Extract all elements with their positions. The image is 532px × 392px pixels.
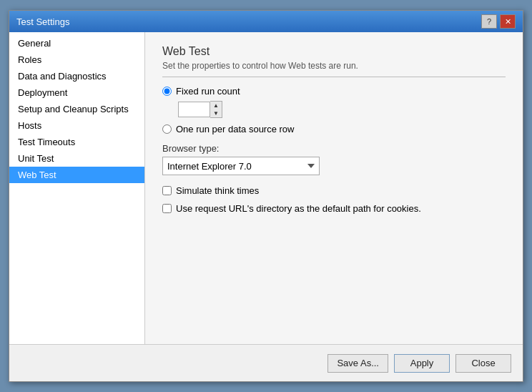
simulate-think-label: Simulate think times [176, 185, 259, 196]
one-run-radio[interactable] [162, 124, 172, 134]
spinner-down-button[interactable]: ▼ [210, 109, 222, 117]
use-request-url-label: Use request URL's directory as the defau… [176, 203, 421, 214]
panel-title: Web Test [162, 45, 506, 58]
panel-subtitle: Set the properties to control how Web te… [162, 61, 506, 77]
sidebar-item-unit-test[interactable]: Unit Test [9, 150, 144, 167]
sidebar-item-data-diagnostics[interactable]: Data and Diagnostics [9, 68, 144, 84]
sidebar-item-deployment[interactable]: Deployment [9, 84, 144, 101]
footer: Save As... Apply Close [9, 344, 523, 381]
use-request-url-row: Use request URL's directory as the defau… [162, 203, 506, 214]
spinner-up-button[interactable]: ▲ [210, 102, 222, 109]
fixed-run-label: Fixed run count [176, 86, 240, 97]
sidebar: GeneralRolesData and DiagnosticsDeployme… [9, 32, 145, 344]
help-button[interactable]: ? [481, 14, 497, 29]
dialog-title: Test Settings [16, 16, 69, 27]
fixed-run-radio[interactable] [162, 87, 172, 96]
fixed-run-row: Fixed run count [162, 86, 506, 97]
main-panel: Web Test Set the properties to control h… [145, 32, 523, 344]
simulate-think-checkbox[interactable] [162, 186, 172, 195]
use-request-url-checkbox[interactable] [162, 204, 172, 213]
one-run-label: One run per data source row [176, 124, 294, 134]
title-bar: Test Settings ? ✕ [9, 11, 523, 32]
title-bar-buttons: ? ✕ [481, 14, 516, 29]
dialog: Test Settings ? ✕ GeneralRolesData and D… [9, 10, 523, 382]
one-run-row: One run per data source row [162, 124, 506, 134]
sidebar-item-setup-cleanup[interactable]: Setup and Cleanup Scripts [9, 101, 144, 117]
sidebar-item-test-timeouts[interactable]: Test Timeouts [9, 134, 144, 150]
browser-type-label: Browser type: [162, 143, 506, 154]
sidebar-item-roles[interactable]: Roles [9, 52, 144, 68]
spinner-container: 1 ▲ ▼ [178, 101, 506, 118]
sidebar-item-general[interactable]: General [9, 35, 144, 52]
spinner-buttons: ▲ ▼ [210, 101, 222, 118]
run-count-input[interactable]: 1 [178, 102, 210, 117]
content-area: GeneralRolesData and DiagnosticsDeployme… [9, 32, 523, 344]
save-as-button[interactable]: Save As... [327, 354, 388, 373]
close-button[interactable]: Close [455, 354, 511, 373]
title-close-button[interactable]: ✕ [500, 14, 516, 29]
browser-type-container: Browser type: Internet Explorer 7.0Inter… [162, 143, 506, 175]
run-count-group: Fixed run count 1 ▲ ▼ One run per data s… [162, 86, 506, 134]
browser-type-select[interactable]: Internet Explorer 7.0Internet Explorer 8… [162, 157, 320, 175]
sidebar-item-hosts[interactable]: Hosts [9, 117, 144, 134]
sidebar-item-web-test[interactable]: Web Test [9, 167, 144, 183]
simulate-think-row: Simulate think times [162, 185, 506, 196]
apply-button[interactable]: Apply [394, 354, 450, 373]
